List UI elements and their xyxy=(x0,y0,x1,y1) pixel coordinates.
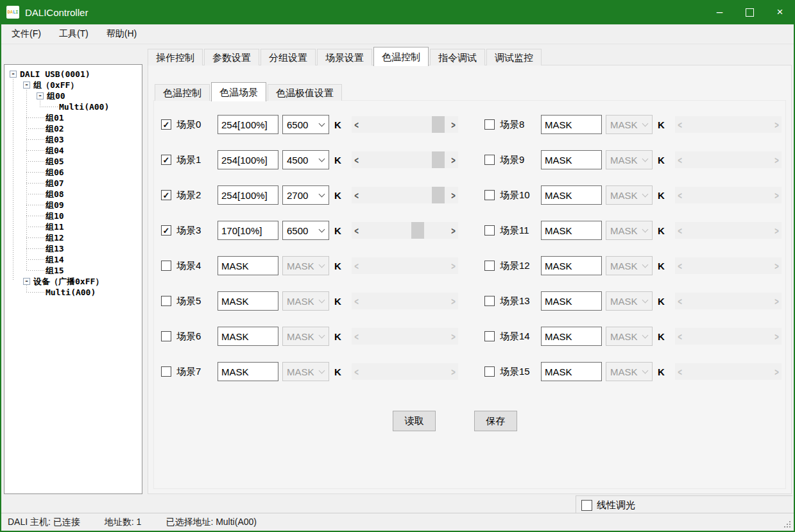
tree-expander-icon[interactable]: - xyxy=(37,92,44,99)
scrollbar-thumb[interactable] xyxy=(432,151,445,168)
tree-item[interactable]: 组13 xyxy=(4,243,142,254)
scene-temp-combo[interactable]: MASK xyxy=(606,150,653,169)
scene-checkbox[interactable] xyxy=(161,261,171,271)
scene-temp-combo[interactable]: 6500 xyxy=(282,221,329,240)
tree-item[interactable]: 组06 xyxy=(4,167,142,178)
scene-temp-combo[interactable]: 6500 xyxy=(282,115,329,134)
main-tab-4[interactable]: 色温控制 xyxy=(373,47,429,66)
scene-value-input[interactable] xyxy=(218,327,278,346)
scene-temp-combo[interactable]: MASK xyxy=(606,291,653,311)
scene-checkbox[interactable] xyxy=(484,366,495,377)
scene-value-input[interactable] xyxy=(541,221,602,240)
tree-item[interactable]: -DALI USB(0001) xyxy=(4,69,142,80)
scene-temp-combo[interactable]: MASK xyxy=(606,327,653,346)
scene-checkbox[interactable] xyxy=(484,119,495,130)
resize-grip[interactable] xyxy=(783,520,792,529)
tree-item[interactable]: 组01 xyxy=(4,112,142,123)
scrollbar-thumb[interactable] xyxy=(411,222,424,239)
scroll-right-arrow-icon[interactable]: > xyxy=(449,119,457,130)
menu-item[interactable]: 工具(T) xyxy=(51,28,96,40)
scene-checkbox[interactable] xyxy=(161,296,171,306)
scene-temp-combo[interactable]: MASK xyxy=(606,256,653,275)
scene-temp-combo[interactable]: MASK xyxy=(606,115,653,134)
tree-item[interactable]: Multi(A00) xyxy=(4,101,142,112)
tree-item[interactable]: 组04 xyxy=(4,145,142,156)
scrollbar-thumb[interactable] xyxy=(432,116,445,133)
tree-expander-icon[interactable]: - xyxy=(23,278,30,285)
tree-item[interactable]: 组15 xyxy=(4,265,142,276)
scene-checkbox[interactable] xyxy=(161,366,171,377)
scene-checkbox[interactable] xyxy=(484,155,495,165)
menu-item[interactable]: 文件(F) xyxy=(4,28,49,40)
main-tab-1[interactable]: 参数设置 xyxy=(204,49,259,65)
scroll-right-arrow-icon[interactable]: > xyxy=(449,189,457,200)
tree-item[interactable]: 组09 xyxy=(4,200,142,210)
scene-value-input[interactable] xyxy=(541,115,602,134)
tree-item[interactable]: -组00 xyxy=(4,90,142,101)
scene-value-input[interactable] xyxy=(541,256,602,275)
tree-item[interactable]: 组05 xyxy=(4,156,142,167)
tree-item[interactable]: 组12 xyxy=(4,232,142,243)
scene-temp-combo[interactable]: 4500 xyxy=(282,150,329,169)
minimize-button[interactable]: – xyxy=(705,0,735,24)
scene-value-input[interactable] xyxy=(218,185,278,205)
scroll-right-arrow-icon[interactable]: > xyxy=(449,154,457,165)
scene-checkbox[interactable]: ✓ xyxy=(161,155,171,165)
scene-checkbox[interactable] xyxy=(484,331,495,341)
main-tab-2[interactable]: 分组设置 xyxy=(261,49,316,65)
scene-value-input[interactable] xyxy=(541,327,602,346)
scene-temp-combo[interactable]: MASK xyxy=(282,362,329,381)
scene-temp-combo[interactable]: MASK xyxy=(282,327,329,346)
scroll-left-arrow-icon[interactable]: < xyxy=(352,189,361,200)
tree-expander-icon[interactable]: - xyxy=(23,82,30,89)
scene-temp-combo[interactable]: 2700 xyxy=(282,185,329,205)
scene-scrollbar[interactable]: <> xyxy=(352,151,458,168)
scroll-right-arrow-icon[interactable]: > xyxy=(449,225,457,236)
scene-checkbox[interactable] xyxy=(484,261,495,271)
scene-value-input[interactable] xyxy=(541,150,602,169)
scene-scrollbar[interactable]: <> xyxy=(352,222,458,239)
scroll-left-arrow-icon[interactable]: < xyxy=(352,154,361,165)
scene-checkbox[interactable] xyxy=(484,225,495,236)
scene-value-input[interactable] xyxy=(218,362,278,381)
scene-value-input[interactable] xyxy=(218,150,278,169)
scene-value-input[interactable] xyxy=(541,185,602,205)
tree-expander-icon[interactable]: - xyxy=(10,71,17,78)
tree-item[interactable]: 组02 xyxy=(4,123,142,134)
tree-item[interactable]: -组（0xFF） xyxy=(4,80,142,90)
scene-checkbox[interactable]: ✓ xyxy=(161,225,171,236)
scene-temp-combo[interactable]: MASK xyxy=(282,256,329,275)
tree-item[interactable]: Multi(A00) xyxy=(4,287,142,298)
scene-scrollbar[interactable]: <> xyxy=(352,187,458,203)
main-tab-0[interactable]: 操作控制 xyxy=(148,49,203,65)
sub-tab-2[interactable]: 色温极值设置 xyxy=(268,84,342,101)
tree-item[interactable]: 组14 xyxy=(4,254,142,265)
main-tab-3[interactable]: 场景设置 xyxy=(317,49,372,65)
sub-tab-1[interactable]: 色温场景 xyxy=(211,82,266,101)
tree-item[interactable]: 组03 xyxy=(4,134,142,145)
scene-temp-combo[interactable]: MASK xyxy=(606,221,653,240)
scene-checkbox[interactable]: ✓ xyxy=(161,119,171,130)
main-tab-6[interactable]: 调试监控 xyxy=(486,49,542,65)
scene-checkbox[interactable]: ✓ xyxy=(161,190,171,200)
tree-item[interactable]: -设备（广播0xFF） xyxy=(4,276,142,287)
save-button[interactable]: 保存 xyxy=(474,411,517,431)
tree-item[interactable]: 组08 xyxy=(4,189,142,200)
scene-value-input[interactable] xyxy=(218,221,278,240)
close-button[interactable]: × xyxy=(765,0,795,24)
scrollbar-thumb[interactable] xyxy=(432,187,445,203)
scene-value-input[interactable] xyxy=(218,256,278,275)
scene-checkbox[interactable] xyxy=(484,296,495,306)
maximize-button[interactable] xyxy=(735,0,765,24)
tree-item[interactable]: 组11 xyxy=(4,221,142,232)
linear-dimming-checkbox[interactable]: 线性调光 xyxy=(581,499,635,511)
main-tab-5[interactable]: 指令调试 xyxy=(430,49,485,65)
scene-checkbox[interactable] xyxy=(161,331,171,341)
tree-item[interactable]: 组10 xyxy=(4,210,142,221)
scene-value-input[interactable] xyxy=(218,115,278,134)
scene-temp-combo[interactable]: MASK xyxy=(606,362,653,381)
read-button[interactable]: 读取 xyxy=(393,411,436,431)
scene-checkbox[interactable] xyxy=(484,190,495,200)
sub-tab-0[interactable]: 色温控制 xyxy=(155,84,210,101)
scene-temp-combo[interactable]: MASK xyxy=(606,185,653,205)
